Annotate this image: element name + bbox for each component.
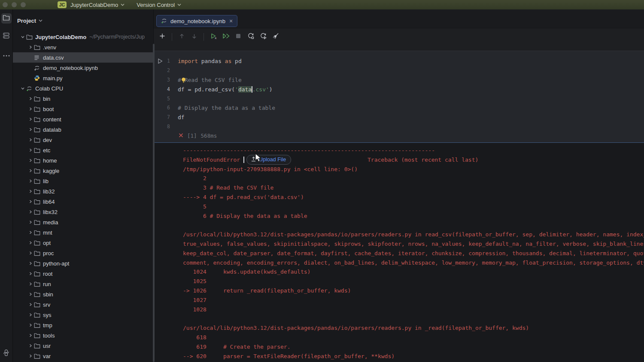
tree-item-demo-notebook-ipynb[interactable]: demo_notebook.ipynb: [13, 63, 153, 73]
tree-item-sbin[interactable]: sbin: [13, 289, 153, 299]
chevron-right-icon[interactable]: [27, 344, 34, 348]
tree-item-root[interactable]: root: [13, 268, 153, 279]
chevron-right-icon[interactable]: [27, 282, 34, 286]
python-console-button[interactable]: [1, 348, 12, 359]
chevron-right-icon[interactable]: [27, 302, 34, 307]
tree-item-mnt[interactable]: mnt: [13, 227, 153, 238]
restart-and-run-all-button[interactable]: [258, 31, 269, 42]
tree-item-lib[interactable]: lib: [13, 176, 153, 186]
chevron-right-icon[interactable]: [27, 158, 34, 163]
code-text: # Display the data as a table: [170, 103, 275, 113]
code-line[interactable]: 2: [154, 66, 644, 75]
move-cell-down-button[interactable]: [188, 31, 200, 42]
chevron-right-icon[interactable]: [27, 251, 34, 255]
tree-item-proc[interactable]: proc: [13, 248, 153, 258]
more-tool-windows-button[interactable]: [1, 49, 12, 60]
tree-item--venv[interactable]: .venv: [13, 42, 153, 52]
minimize-window-button[interactable]: [12, 2, 17, 7]
chevron-right-icon[interactable]: [27, 169, 34, 173]
tree-item-datalab[interactable]: datalab: [13, 124, 153, 135]
tree-item-label: tools: [43, 332, 55, 339]
tree-item-srv[interactable]: srv: [13, 299, 153, 310]
close-window-button[interactable]: [3, 2, 8, 7]
intention-bulb-icon[interactable]: [181, 77, 186, 86]
chevron-right-icon[interactable]: [27, 45, 34, 49]
chevron-right-icon[interactable]: [27, 272, 34, 276]
chevron-right-icon[interactable]: [27, 354, 34, 358]
run-all-cells-button[interactable]: [220, 31, 231, 42]
tree-item-libx32[interactable]: libx32: [13, 207, 153, 217]
tree-item-tmp[interactable]: tmp: [13, 320, 153, 330]
code-line[interactable]: 5: [154, 94, 644, 104]
tree-item-main-py[interactable]: main.py: [13, 73, 153, 83]
chevron-right-icon[interactable]: [27, 107, 34, 111]
tree-item-lib32[interactable]: lib32: [13, 186, 153, 196]
run-cell-button[interactable]: x: [208, 31, 219, 42]
tree-item-etc[interactable]: etc: [13, 145, 153, 155]
tree-item-content[interactable]: content: [13, 114, 153, 124]
chevron-right-icon[interactable]: [27, 210, 34, 214]
chevron-right-icon[interactable]: [27, 292, 34, 296]
tree-item-python-apt[interactable]: python-apt: [13, 258, 153, 268]
code-line[interactable]: 4df = pd.read_csv('data.csv'): [154, 85, 644, 94]
code-line[interactable]: 7df: [154, 113, 644, 122]
tree-item-boot[interactable]: boot: [13, 104, 153, 114]
chevron-right-icon[interactable]: [27, 127, 34, 132]
close-tab-icon[interactable]: ×: [229, 18, 233, 24]
tree-item-run[interactable]: run: [13, 279, 153, 289]
project-panel-header: Project: [13, 9, 153, 32]
restart-kernel-button[interactable]: [245, 31, 256, 42]
tree-item-bin[interactable]: bin: [13, 94, 153, 104]
chevron-right-icon[interactable]: [27, 148, 34, 152]
tree-item-data-csv[interactable]: data.csv: [13, 52, 153, 63]
version-control-menu[interactable]: Version Control: [137, 2, 181, 8]
tree-item-var[interactable]: var: [13, 351, 153, 361]
move-cell-up-button[interactable]: [176, 31, 187, 42]
tree-item-dev[interactable]: dev: [13, 135, 153, 145]
tree-item-tools[interactable]: tools: [13, 330, 153, 341]
chevron-right-icon[interactable]: [27, 230, 34, 235]
tree-item-opt[interactable]: opt: [13, 238, 153, 248]
chevron-right-icon[interactable]: [27, 220, 34, 224]
chevron-right-icon[interactable]: [27, 189, 34, 193]
clear-outputs-button[interactable]: [270, 31, 281, 42]
add-cell-button[interactable]: [157, 31, 168, 42]
project-tool-window-button[interactable]: [1, 13, 12, 24]
tree-item-kaggle[interactable]: kaggle: [13, 166, 153, 176]
tree-item-home[interactable]: home: [13, 155, 153, 166]
chevron-down-icon[interactable]: [19, 86, 26, 90]
tree-item-media[interactable]: media: [13, 217, 153, 227]
services-tool-window-button[interactable]: [1, 31, 12, 42]
project-menu[interactable]: JupyterColabDemo: [70, 2, 125, 8]
stop-kernel-button[interactable]: [233, 31, 244, 42]
notebook-cell[interactable]: 1import pandas as pd23# Read the CSV fil…: [154, 51, 644, 143]
chevron-right-icon[interactable]: [27, 323, 34, 327]
tree-item-lib64[interactable]: lib64: [13, 196, 153, 207]
code-line[interactable]: 1import pandas as pd: [154, 57, 644, 66]
zoom-window-button[interactable]: [21, 2, 26, 7]
tree-item-label: .venv: [43, 44, 56, 51]
chevron-right-icon[interactable]: [27, 313, 34, 317]
tab-demo-notebook[interactable]: demo_notebook.ipynb ×: [156, 15, 237, 27]
chevron-right-icon[interactable]: [27, 97, 34, 101]
chevron-right-icon[interactable]: [27, 179, 34, 183]
tree-item-sys[interactable]: sys: [13, 310, 153, 320]
code-text: df: [170, 113, 185, 122]
code-line[interactable]: 6# Display the data as a table: [154, 103, 644, 113]
chevron-down-icon[interactable]: [39, 19, 43, 22]
tree-item-usr[interactable]: usr: [13, 341, 153, 351]
chevron-right-icon[interactable]: [27, 199, 34, 204]
project-panel-scrollbar[interactable]: [153, 44, 155, 362]
chevron-down-icon[interactable]: [19, 35, 26, 39]
code-line[interactable]: 8: [154, 122, 644, 132]
tree-item-colab-cpu[interactable]: Colab CPU: [13, 83, 153, 94]
chevron-right-icon[interactable]: [27, 138, 34, 142]
tree-item-jupytercolabdemo[interactable]: JupyterColabDemo~/PycharmProjects/Jup: [13, 32, 153, 42]
chevron-right-icon[interactable]: [27, 333, 34, 338]
chevron-right-icon[interactable]: [27, 261, 34, 265]
tree-item-label: bin: [43, 96, 50, 102]
upload-file-button[interactable]: Upload File: [246, 155, 291, 165]
code-line[interactable]: 3# Read the CSV file: [154, 75, 644, 85]
chevron-right-icon[interactable]: [27, 241, 34, 245]
chevron-right-icon[interactable]: [27, 117, 34, 121]
